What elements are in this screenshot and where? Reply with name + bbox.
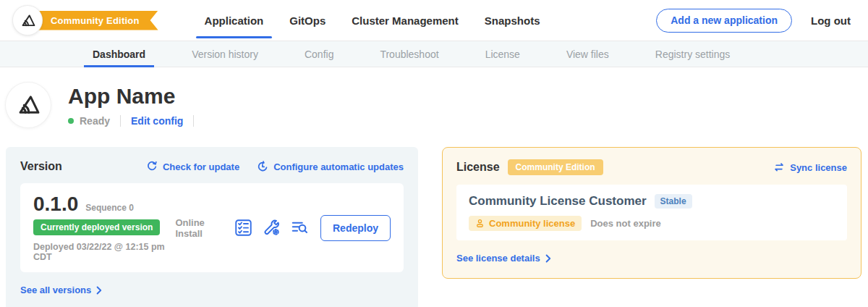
license-details-panel: Community License Customer Stable Commun… bbox=[456, 185, 847, 240]
subnav-registry-settings[interactable]: Registry settings bbox=[647, 41, 739, 67]
subnav-label: Config bbox=[305, 49, 333, 60]
primary-tabs: Application GitOps Cluster Management Sn… bbox=[192, 0, 553, 41]
version-card-header: Version Check for update Configure au bbox=[20, 160, 404, 173]
link-label: Check for update bbox=[163, 161, 239, 172]
top-navbar: Community Edition Application GitOps Clu… bbox=[0, 0, 868, 41]
tab-label: Application bbox=[205, 14, 264, 27]
tab-snapshots[interactable]: Snapshots bbox=[475, 0, 550, 41]
license-card: License Community Edition Sync license C… bbox=[442, 147, 861, 279]
tab-label: GitOps bbox=[289, 14, 326, 27]
license-type-badge: Community license bbox=[469, 216, 582, 231]
version-card-footer: See all versions bbox=[20, 283, 404, 296]
chevron-right-icon bbox=[545, 254, 551, 263]
add-new-application-button[interactable]: Add a new application bbox=[656, 9, 792, 33]
sequence-label: Sequence 0 bbox=[85, 203, 134, 213]
tab-cluster-management[interactable]: Cluster Management bbox=[341, 0, 469, 41]
link-label: Sync license bbox=[790, 162, 847, 173]
expiration-text: Does not expire bbox=[590, 218, 661, 229]
subnav-label: View files bbox=[566, 49, 609, 60]
community-edition-ribbon: Community Edition bbox=[27, 11, 158, 30]
app-logo-icon bbox=[15, 92, 41, 118]
subnav-license[interactable]: License bbox=[477, 41, 529, 67]
tab-gitops[interactable]: GitOps bbox=[279, 0, 336, 41]
brand: Community Edition bbox=[13, 4, 158, 36]
see-license-details-link[interactable]: See license details bbox=[456, 253, 551, 264]
license-card-actions: Sync license bbox=[773, 161, 847, 173]
logs-magnifier-glyph bbox=[291, 219, 309, 237]
customer-row: Community License Customer Stable bbox=[469, 194, 835, 209]
link-label: See license details bbox=[456, 253, 540, 264]
subnav-label: Dashboard bbox=[93, 49, 145, 60]
subnav-label: Version history bbox=[192, 49, 258, 60]
redeploy-button[interactable]: Redeploy bbox=[320, 215, 391, 241]
page-title: App Name bbox=[68, 84, 204, 109]
config-wrench-icon[interactable] bbox=[263, 218, 281, 237]
sync-arrows-icon bbox=[773, 161, 785, 173]
checklist-glyph bbox=[234, 219, 252, 237]
version-card: Version Check for update Configure au bbox=[6, 147, 418, 307]
license-card-footer: See license details bbox=[456, 251, 847, 264]
channel-badge: Stable bbox=[655, 194, 692, 209]
dashboard-cards: Version Check for update Configure au bbox=[6, 147, 862, 307]
divider bbox=[193, 115, 194, 127]
status-badge: Ready bbox=[80, 115, 110, 127]
version-card-title: Version bbox=[20, 160, 62, 173]
subnav-dashboard[interactable]: Dashboard bbox=[84, 41, 154, 67]
ribbon-label: Community Edition bbox=[51, 15, 140, 26]
app-subnav: Dashboard Version history Config Trouble… bbox=[0, 41, 868, 67]
see-all-versions-link[interactable]: See all versions bbox=[20, 285, 102, 295]
license-card-title: License bbox=[456, 161, 500, 174]
license-type-row: Community license Does not expire bbox=[469, 216, 835, 231]
link-label: Configure automatic updates bbox=[273, 161, 404, 172]
version-number-row: 0.1.0 Sequence 0 bbox=[33, 193, 175, 214]
version-number: 0.1.0 bbox=[33, 193, 78, 214]
status-dot bbox=[68, 118, 74, 124]
check-for-update-link[interactable]: Check for update bbox=[146, 161, 239, 172]
tab-application[interactable]: Application bbox=[195, 0, 274, 41]
install-type-label: Online Install bbox=[175, 217, 223, 239]
scheduled-update-icon bbox=[257, 161, 268, 172]
link-label: See all versions bbox=[20, 285, 91, 295]
community-edition-badge: Community Edition bbox=[508, 159, 603, 175]
deployed-timestamp: Deployed 03/22/22 @ 12:15 pm CDT bbox=[33, 242, 175, 262]
app-status-row: Ready Edit config bbox=[68, 115, 204, 127]
subnav-config[interactable]: Config bbox=[296, 41, 342, 67]
app-info: App Name Ready Edit config bbox=[68, 83, 204, 127]
deploy-logs-icon[interactable] bbox=[291, 218, 309, 237]
license-card-header: License Community Edition Sync license bbox=[456, 159, 847, 175]
tab-label: Snapshots bbox=[485, 14, 540, 27]
replicated-logo[interactable] bbox=[13, 6, 42, 35]
preflight-checklist-icon[interactable] bbox=[234, 218, 252, 237]
version-card-actions: Check for update Configure automatic upd… bbox=[146, 161, 404, 172]
logout-link[interactable]: Log out bbox=[811, 14, 851, 27]
subnav-label: License bbox=[485, 49, 520, 60]
subnav-view-files[interactable]: View files bbox=[558, 41, 618, 67]
tab-label: Cluster Management bbox=[352, 14, 459, 27]
version-details: 0.1.0 Sequence 0 Currently deployed vers… bbox=[33, 193, 175, 262]
current-version-panel: 0.1.0 Sequence 0 Currently deployed vers… bbox=[20, 183, 404, 272]
edit-config-link[interactable]: Edit config bbox=[131, 115, 183, 127]
badge-label: Community license bbox=[489, 218, 575, 229]
app-header: App Name Ready Edit config bbox=[6, 83, 868, 127]
currently-deployed-badge: Currently deployed version bbox=[33, 219, 160, 235]
configure-automatic-updates-link[interactable]: Configure automatic updates bbox=[257, 161, 404, 172]
person-icon bbox=[475, 219, 485, 228]
subnav-troubleshoot[interactable]: Troubleshoot bbox=[371, 41, 447, 67]
app-avatar bbox=[6, 83, 51, 127]
version-actions: Online Install bbox=[175, 215, 391, 241]
sync-license-link[interactable]: Sync license bbox=[773, 161, 847, 173]
chevron-right-icon bbox=[96, 286, 102, 295]
subnav-label: Troubleshoot bbox=[380, 49, 438, 60]
subnav-version-history[interactable]: Version history bbox=[183, 41, 267, 67]
replicated-logo-icon bbox=[20, 12, 36, 29]
subnav-label: Registry settings bbox=[655, 49, 730, 60]
refresh-icon bbox=[146, 161, 158, 172]
divider bbox=[120, 115, 121, 127]
customer-name: Community License Customer bbox=[469, 194, 647, 209]
wrench-gear-glyph bbox=[263, 219, 281, 237]
